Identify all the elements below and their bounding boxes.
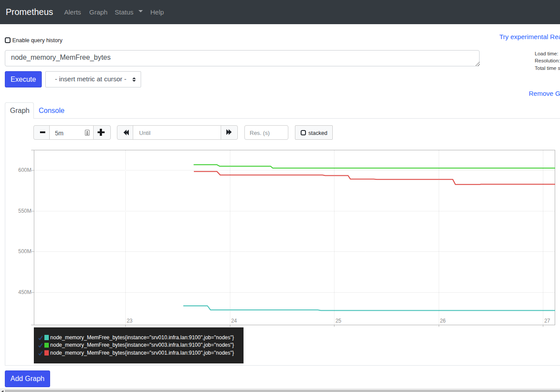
svg-text:450M: 450M	[18, 289, 31, 295]
svg-text:23: 23	[127, 318, 133, 324]
svg-text:25: 25	[335, 318, 342, 324]
svg-text:600M: 600M	[18, 167, 31, 173]
svg-text:500M: 500M	[18, 248, 31, 254]
svg-text:26: 26	[440, 318, 446, 324]
svg-text:550M: 550M	[18, 208, 31, 214]
svg-text:27: 27	[544, 318, 550, 324]
svg-text:24: 24	[231, 318, 237, 324]
